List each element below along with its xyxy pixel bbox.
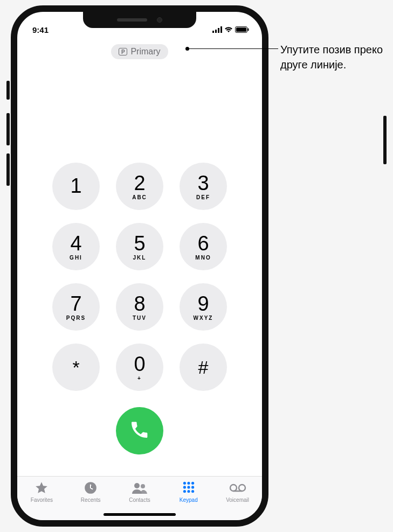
key-9[interactable]: 9 WXYZ (180, 283, 227, 331)
clock-icon (84, 481, 98, 496)
svg-rect-5 (236, 27, 246, 32)
svg-point-17 (187, 490, 190, 493)
status-indicators (201, 25, 249, 34)
key-digit: 5 (134, 233, 145, 254)
svg-point-20 (239, 485, 245, 491)
tab-label: Voicemail (226, 497, 249, 503)
key-5[interactable]: 5 JKL (116, 223, 163, 270)
tab-label: Recents (81, 497, 101, 503)
key-digit: 0 (134, 354, 145, 374)
line-selector-label: Primary (130, 47, 160, 57)
speaker-grill (117, 18, 147, 22)
svg-point-13 (183, 486, 186, 488)
svg-rect-6 (248, 29, 249, 31)
key-star[interactable]: * (52, 344, 100, 391)
svg-rect-2 (218, 28, 219, 33)
key-letters: JKL (133, 255, 147, 261)
key-hash[interactable]: # (180, 344, 227, 391)
svg-rect-3 (220, 26, 222, 33)
svg-point-8 (134, 483, 140, 488)
line-selector-button[interactable]: P Primary (111, 44, 168, 59)
call-button[interactable] (116, 407, 163, 454)
tab-label: Contacts (129, 497, 150, 503)
iphone-frame: 9:41 P Primary 1 2 ABC (11, 5, 268, 527)
wifi-icon (224, 25, 233, 34)
key-digit: 8 (134, 293, 145, 314)
key-letters: PQRS (66, 315, 86, 321)
svg-rect-1 (215, 30, 217, 33)
svg-point-15 (191, 486, 194, 488)
key-letters: MNO (195, 255, 211, 261)
key-letters: + (137, 375, 142, 381)
keypad: 1 2 ABC 3 DEF 4 GHI 5 JKL 6 MNO (17, 163, 262, 454)
key-7[interactable]: 7 PQRS (52, 283, 100, 331)
battery-icon (235, 25, 249, 34)
key-1[interactable]: 1 (52, 163, 100, 210)
callout-leader-line (188, 48, 278, 49)
key-digit: 6 (197, 233, 209, 254)
key-letters: ABC (132, 194, 147, 200)
key-digit: # (198, 358, 209, 376)
svg-point-14 (187, 486, 190, 488)
key-digit: 9 (197, 293, 209, 314)
key-8[interactable]: 8 TUV (116, 283, 163, 331)
tab-label: Keypad (180, 497, 198, 503)
key-digit: 4 (70, 233, 81, 254)
key-digit: 2 (134, 173, 145, 193)
status-time: 9:41 (32, 25, 75, 34)
svg-point-16 (183, 490, 186, 493)
key-4[interactable]: 4 GHI (52, 223, 100, 270)
star-icon (35, 481, 49, 496)
keypad-icon (182, 481, 196, 496)
key-letters: DEF (196, 194, 210, 200)
cellular-icon (212, 25, 222, 34)
tab-favorites[interactable]: Favorites (17, 477, 66, 520)
tab-label: Favorites (31, 497, 53, 503)
key-letters: GHI (70, 255, 82, 261)
key-digit: 3 (197, 173, 209, 193)
svg-point-10 (183, 482, 186, 485)
svg-rect-0 (212, 31, 214, 33)
key-letters: WXYZ (194, 315, 213, 321)
tab-voicemail[interactable]: Voicemail (213, 477, 262, 520)
svg-point-9 (141, 484, 145, 488)
phone-volume-down (6, 153, 10, 186)
line-badge-icon: P (119, 48, 127, 55)
key-digit: 7 (70, 293, 81, 314)
notch (83, 12, 196, 28)
svg-point-18 (191, 490, 194, 493)
key-6[interactable]: 6 MNO (180, 223, 227, 270)
voicemail-icon (229, 481, 246, 496)
key-digit: * (72, 358, 79, 376)
callout-text: Упутите позив преко друге линије. (280, 42, 383, 72)
svg-point-19 (230, 485, 237, 491)
svg-point-11 (187, 482, 190, 485)
key-3[interactable]: 3 DEF (180, 163, 227, 210)
key-digit: 1 (70, 176, 81, 196)
contacts-icon (132, 481, 148, 496)
phone-icon (130, 420, 149, 442)
front-camera (157, 17, 162, 23)
phone-volume-up (6, 113, 10, 145)
home-indicator[interactable] (104, 513, 176, 516)
key-0[interactable]: 0 + (116, 344, 163, 391)
phone-mute-switch (6, 81, 10, 100)
key-2[interactable]: 2 ABC (116, 163, 163, 210)
svg-point-12 (191, 482, 194, 485)
tab-bar: Favorites Recents Contacts Keypad (17, 476, 262, 520)
key-letters: TUV (133, 315, 147, 321)
phone-side-button (383, 116, 387, 164)
